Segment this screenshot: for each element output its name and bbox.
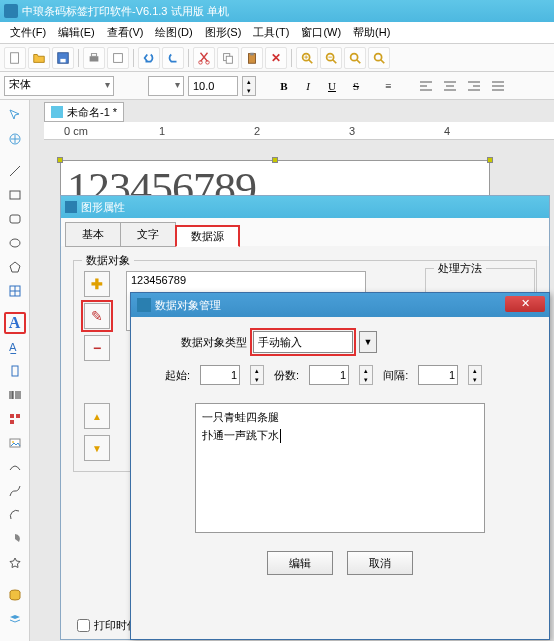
menu-window[interactable]: 窗口(W) bbox=[295, 23, 347, 42]
dialog-titlebar[interactable]: 数据对象管理 ✕ bbox=[131, 293, 549, 317]
cancel-button[interactable]: 取消 bbox=[347, 551, 413, 575]
image-tool[interactable] bbox=[4, 432, 26, 454]
select-tool[interactable] bbox=[4, 104, 26, 126]
database-tool[interactable] bbox=[4, 584, 26, 606]
curve-tool[interactable] bbox=[4, 456, 26, 478]
gap-label: 间隔: bbox=[383, 368, 408, 383]
dialog-icon bbox=[137, 298, 151, 312]
properties-title: 图形属性 bbox=[81, 200, 125, 215]
app-icon bbox=[4, 4, 18, 18]
type-select[interactable]: 手动输入 bbox=[253, 331, 353, 353]
strike-button[interactable]: S bbox=[346, 76, 366, 96]
copies-input[interactable] bbox=[309, 365, 349, 385]
paste-button[interactable] bbox=[241, 47, 263, 69]
gap-input[interactable] bbox=[418, 365, 458, 385]
svg-point-19 bbox=[351, 53, 358, 60]
move-down-button[interactable]: ▼ bbox=[84, 435, 110, 461]
align-justify-button[interactable] bbox=[488, 76, 508, 96]
delete-button[interactable]: ✕ bbox=[265, 47, 287, 69]
move-up-button[interactable]: ▲ bbox=[84, 403, 110, 429]
add-object-button[interactable]: ✚ bbox=[84, 271, 110, 297]
svg-line-20 bbox=[357, 59, 361, 63]
copies-label: 份数: bbox=[274, 368, 299, 383]
preview-button[interactable] bbox=[107, 47, 129, 69]
grid-tool[interactable] bbox=[4, 280, 26, 302]
menu-edit[interactable]: 编辑(E) bbox=[52, 23, 101, 42]
svg-rect-38 bbox=[10, 215, 20, 223]
align-left2-button[interactable] bbox=[416, 76, 436, 96]
align-left-button[interactable]: ≡ bbox=[378, 76, 398, 96]
zoom-fit-button[interactable] bbox=[344, 47, 366, 69]
italic-button[interactable]: I bbox=[298, 76, 318, 96]
svg-rect-37 bbox=[10, 191, 20, 199]
barcode-tool[interactable] bbox=[4, 384, 26, 406]
main-toolbar: ✕ bbox=[0, 44, 554, 72]
star-tool[interactable] bbox=[4, 552, 26, 574]
cut-button[interactable] bbox=[193, 47, 215, 69]
menu-tool[interactable]: 工具(T) bbox=[247, 23, 295, 42]
tab-text[interactable]: 文字 bbox=[120, 222, 176, 247]
layers-tool[interactable] bbox=[4, 608, 26, 630]
menu-file[interactable]: 文件(F) bbox=[4, 23, 52, 42]
arc-tool[interactable] bbox=[4, 504, 26, 526]
font-size-spinner[interactable]: ▴▾ bbox=[242, 76, 256, 96]
font-style-select[interactable] bbox=[148, 76, 184, 96]
remove-object-button[interactable]: − bbox=[84, 335, 110, 361]
vtext-tool[interactable] bbox=[4, 360, 26, 382]
save-on-print-checkbox[interactable] bbox=[77, 619, 90, 632]
qrcode-tool[interactable] bbox=[4, 408, 26, 430]
menu-help[interactable]: 帮助(H) bbox=[347, 23, 396, 42]
svg-point-21 bbox=[375, 53, 382, 60]
document-tab[interactable]: 未命名-1 * bbox=[44, 102, 124, 122]
content-textarea[interactable]: 一只青蛙四条腿 扑通一声跳下水 bbox=[195, 403, 485, 533]
type-dropdown-button[interactable]: ▼ bbox=[359, 331, 377, 353]
edit-object-button[interactable]: ✎ bbox=[84, 303, 110, 329]
roundrect-tool[interactable] bbox=[4, 208, 26, 230]
edit-button[interactable]: 编辑 bbox=[267, 551, 333, 575]
rect-tool[interactable] bbox=[4, 184, 26, 206]
redo-button[interactable] bbox=[162, 47, 184, 69]
copies-spinner[interactable]: ▴▾ bbox=[359, 365, 373, 385]
svg-line-22 bbox=[381, 59, 385, 63]
bold-button[interactable]: B bbox=[274, 76, 294, 96]
app-title: 中琅条码标签打印软件-V6.1.3 试用版 单机 bbox=[22, 4, 229, 19]
undo-button[interactable] bbox=[138, 47, 160, 69]
print-button[interactable] bbox=[83, 47, 105, 69]
menu-draw[interactable]: 绘图(D) bbox=[149, 23, 198, 42]
underline-button[interactable]: U bbox=[322, 76, 342, 96]
tab-datasource[interactable]: 数据源 bbox=[175, 225, 240, 247]
svg-line-36 bbox=[10, 166, 20, 176]
text-tool[interactable]: A bbox=[4, 312, 26, 334]
bezier-tool[interactable] bbox=[4, 480, 26, 502]
svg-rect-52 bbox=[16, 414, 20, 418]
pan-tool[interactable] bbox=[4, 128, 26, 150]
polygon-tool[interactable] bbox=[4, 256, 26, 278]
zoom-100-button[interactable] bbox=[368, 47, 390, 69]
menu-shape[interactable]: 图形(S) bbox=[199, 23, 248, 42]
start-input[interactable] bbox=[200, 365, 240, 385]
properties-titlebar[interactable]: 图形属性 bbox=[61, 196, 549, 218]
pie-tool[interactable] bbox=[4, 528, 26, 550]
align-center-button[interactable] bbox=[440, 76, 460, 96]
ellipse-tool[interactable] bbox=[4, 232, 26, 254]
zoom-in-button[interactable] bbox=[296, 47, 318, 69]
menu-view[interactable]: 查看(V) bbox=[101, 23, 150, 42]
font-toolbar: 宋体 ▴▾ B I U S ≡ bbox=[0, 72, 554, 100]
dialog-title: 数据对象管理 bbox=[155, 298, 221, 313]
dialog-close-button[interactable]: ✕ bbox=[505, 296, 545, 312]
start-spinner[interactable]: ▴▾ bbox=[250, 365, 264, 385]
tab-basic[interactable]: 基本 bbox=[65, 222, 121, 247]
font-name-select[interactable]: 宋体 bbox=[4, 76, 114, 96]
font-size-input[interactable] bbox=[188, 76, 238, 96]
line-tool[interactable] bbox=[4, 160, 26, 182]
zoom-out-button[interactable] bbox=[320, 47, 342, 69]
new-button[interactable] bbox=[4, 47, 26, 69]
list-item[interactable]: 123456789 bbox=[131, 274, 361, 286]
gap-spinner[interactable]: ▴▾ bbox=[468, 365, 482, 385]
svg-rect-9 bbox=[226, 56, 232, 63]
align-right-button[interactable] bbox=[464, 76, 484, 96]
open-button[interactable] bbox=[28, 47, 50, 69]
save-button[interactable] bbox=[52, 47, 74, 69]
copy-button[interactable] bbox=[217, 47, 239, 69]
richtext-tool[interactable]: A̲ bbox=[4, 336, 26, 358]
